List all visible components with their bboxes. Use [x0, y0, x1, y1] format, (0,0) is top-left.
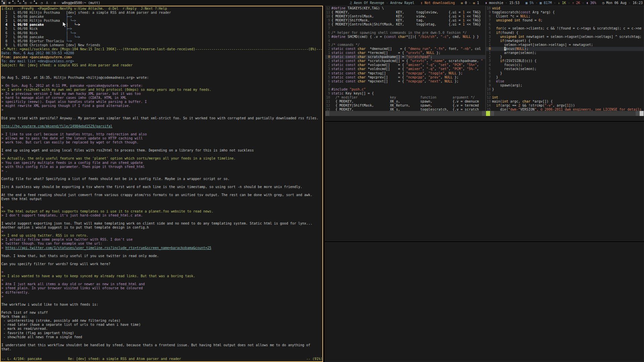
mutt-index-row[interactable]: 5 L 06/08 Nick ├─>: [1, 27, 322, 31]
mutt-body-line: [1, 250, 322, 254]
mutt-body-line: http://hg.youterm.com/mksend/file/14984e…: [1, 124, 322, 128]
mutt-index-row[interactable]: 7 L 06/08 pancake │ └─>: [1, 35, 322, 39]
mutt-index-row[interactable]: 9 L 01/08 Christoph Lohmann [dev] New fr…: [1, 43, 322, 47]
mutt-body-line: > .: [1, 169, 322, 173]
vim-code-line: 7: [325, 83, 485, 87]
tag-occupied-indicator: [23, 1, 24, 2]
mutt-body-line: Yeah. I know that, but thats only useful…: [1, 254, 322, 258]
mutt-header-line: Subject: Re: [dev] sfeed: a simple RSS a…: [1, 63, 322, 67]
mutt-body-line: [1, 173, 322, 177]
mutt-body-line: > work too. But curl can easily be repla…: [1, 140, 322, 144]
mutt-body-line: >: [1, 205, 322, 209]
mutt-index-row[interactable]: 6 L 06/08 Nick │ └─>: [1, 31, 322, 35]
mutt-index-row[interactable]: 8 L 05/08 Bjartur Thorlaciu └─>: [1, 39, 322, 43]
mutt-body-line: [1, 258, 322, 262]
mutt-body-line: Mark them as:: [1, 315, 322, 319]
mutt-body-line: >: [1, 153, 322, 157]
vim-code-line: 14 if(argc == 2 && !strcmp("-v", argv[1]…: [486, 104, 644, 108]
mutt-body-line: Even the html output: [1, 197, 322, 201]
mutt-body-line: >: [1, 270, 322, 274]
vim-code-line: 12#define TAGKEYS(KEY,TAG) \: [325, 6, 485, 10]
mutt-index-row[interactable]: 4 L 06/08 pancake │ └─>: [1, 23, 322, 27]
vim-code-line: 5#define SHCMD(cmd) { .v = (const char*[…: [325, 35, 485, 39]
mutt-body-line: > In a previous version I had my own hac…: [1, 92, 322, 96]
tag-misc[interactable]: ☺: [28, 0, 34, 6]
vim-code-line: 1static const char *scratchpadcmd[] = { …: [325, 59, 485, 63]
mutt-body-line: [1, 339, 322, 343]
vim-code-line: 11{ MODKEY, KEY, toggleview, {.ui = 1 <<…: [325, 10, 485, 14]
vim-code-line: 8 else: [486, 79, 644, 83]
chevron-right-icon: ›: [50, 1, 54, 5]
tag-mail[interactable]: ✉: [17, 0, 23, 6]
mutt-body-line: >> I end up using twitter. RSS is so ret…: [1, 234, 322, 238]
mutt-body-line: > differently.: [1, 291, 322, 295]
mutt-body-line: [1, 299, 322, 303]
vim-split-dwm-c[interactable]: 10void9togglescratch(const Arg *arg) {8 …: [486, 6, 644, 111]
vim-code-line: 7 unsigned int found = 0;: [486, 18, 644, 22]
vim-code-line: 2 if(newtagset) {: [486, 39, 644, 43]
tag-list: ☎☻⌂✉▤☺◆◔A: [1, 0, 50, 6]
vim-code-line: 4 focus(c);: [486, 63, 644, 67]
mutt-body-line: > sfeed_plain. In your browser visited l…: [1, 286, 322, 290]
mutt-body-line: At the end a feed reading should just co…: [1, 193, 322, 197]
mutt-body-line: Another option i would suggest is to put…: [1, 226, 322, 230]
vim-statusline-active: [486, 111, 644, 116]
vim-code-line: 15 die("dwm-"VERSION", © 2006-2011 dwm e…: [486, 108, 644, 111]
mutt-body-line: > Atm I just mark all items a day old or…: [1, 282, 322, 286]
vim-code-line: 13 { MODKEY, XK_s, togglescratch, {.v = …: [325, 108, 485, 111]
tag-chat[interactable]: ☎: [1, 0, 7, 6]
tag-occupied-indicator: [12, 1, 13, 2]
mutt-body-line: [1, 181, 322, 185]
vim-code-line: 3 if(ISVISIBLE(c)) {: [486, 59, 644, 63]
vim-code-line: 10void: [486, 6, 644, 10]
tag-pac[interactable]: ◔: [39, 0, 44, 6]
vim-code-line: 12int: [486, 96, 644, 100]
vim-code-line: 2static const char *dmenucmd[] = { "dmen…: [325, 47, 485, 51]
tag-media[interactable]: ⌂: [12, 0, 17, 6]
mutt-body-line: The workflow i would like to have with f…: [1, 303, 322, 307]
vim-code-line: 5 restack(selmon);: [486, 67, 644, 71]
vim-code-line: 12 { MODKEY|ShiftMask, XK_Return, spawn,…: [325, 104, 485, 108]
chevron-right-icon: ›: [56, 1, 60, 5]
vim-code-line: 6/* helper for spawning shell commands i…: [325, 31, 485, 35]
mutt-header-line: To: dev mail list <dev@suckless.org>: [1, 59, 322, 63]
mutt-body-line: [1, 201, 322, 205]
mutt-body-line: [1, 307, 322, 311]
mutt-body-line: >> I wrote rss2html with my own xml pars…: [1, 88, 322, 92]
mutt-body-line: [1, 80, 322, 84]
mouse-cursor: [62, 21, 67, 28]
vim-code-line: 4: [325, 39, 485, 43]
vim-code-line: 6static const char *mpcnext[] = { "ncmpc…: [325, 79, 485, 83]
mutt-body-line: > twitter though. You can for example us…: [1, 242, 322, 246]
mutt-index-row[interactable]: 3 L 06/08 Hiltjo Posthuma │ └─>: [1, 19, 322, 23]
vim-code-line: 6: [486, 22, 644, 26]
vim-window[interactable]: 12#define TAGKEYS(KEY,TAG) \11{ MODKEY, …: [325, 6, 644, 121]
git-log-window[interactable]: [325, 122, 644, 241]
vim-code-line: 3static const char *voldncmd[] = { "amix…: [325, 67, 485, 71]
tag-font[interactable]: A: [44, 0, 50, 6]
tag-people[interactable]: ☻: [7, 0, 12, 6]
mutt-body-line: [1, 189, 322, 193]
mutt-window[interactable]: i:Exit -:PrevPg <PageDown>:NextPg v:View…: [0, 6, 323, 362]
mutt-pager-statusbar: -- L- 4/104: pancake Re: [dev] sfeed: a …: [1, 357, 322, 361]
vim-code-line: 10 /* modifier key function argument */: [325, 96, 485, 100]
vim-split-config-h[interactable]: 12#define TAGKEYS(KEY,TAG) \11{ MODKEY, …: [325, 6, 485, 111]
mutt-index-row[interactable]: 2 L 06/08 pancake ├─>: [1, 15, 322, 19]
vim-code-line: 7 }: [486, 75, 644, 79]
vim-code-line: 1 arrange(selmon);: [486, 51, 644, 55]
window-title: w0ng@e8500:~ (mutt): [62, 1, 100, 5]
mutt-index-row[interactable]: 1 L 05/08 Hiltjo Posthuma [dev] sfeed: a…: [1, 11, 322, 15]
vim-code-line: 0 focus(NULL);: [486, 47, 644, 51]
tag-monitor[interactable]: ▤: [23, 0, 28, 6]
tag-disk[interactable]: ◆: [34, 0, 39, 6]
vim-code-line: 4 if(found) {: [486, 31, 644, 35]
vim-mode-indicator: [486, 111, 490, 116]
mutt-body-line: > I don't support templates, it's just h…: [1, 214, 322, 218]
mutt-body-line: [1, 120, 322, 124]
mutt-body-line: > might rewrite XML parsing though if I …: [1, 104, 322, 108]
vim-code-line: 3/* commands */: [325, 43, 485, 47]
mutt-body-line: [1, 128, 322, 132]
vim-code-line: 9togglescratch(const Arg *arg) {: [486, 10, 644, 14]
tag-occupied-indicator: [34, 1, 35, 2]
shell-window[interactable]: [325, 242, 644, 362]
